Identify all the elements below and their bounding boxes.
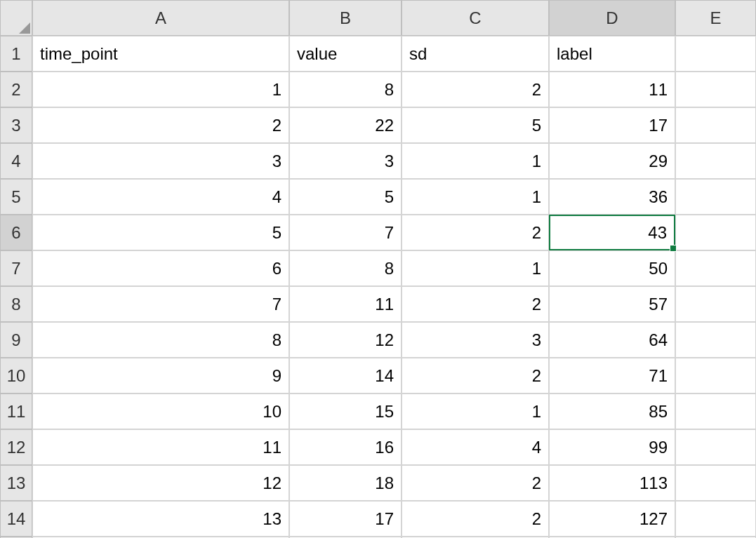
col-header-D[interactable]: D bbox=[549, 0, 675, 36]
cell-B1[interactable]: value bbox=[289, 36, 402, 72]
row-header-6[interactable]: 6 bbox=[0, 215, 32, 250]
cell-B4[interactable]: 3 bbox=[289, 143, 402, 179]
cell-C3[interactable]: 5 bbox=[402, 107, 549, 143]
cell-A9[interactable]: 8 bbox=[32, 322, 289, 358]
cell-B10[interactable]: 14 bbox=[289, 358, 402, 394]
row-header-8[interactable]: 8 bbox=[0, 286, 32, 322]
cell-C13[interactable]: 2 bbox=[402, 465, 549, 501]
cell-C4[interactable]: 1 bbox=[402, 143, 549, 179]
cell-E14[interactable] bbox=[675, 501, 756, 537]
cell-B11[interactable]: 15 bbox=[289, 394, 402, 429]
cell-D7[interactable]: 50 bbox=[549, 250, 675, 286]
row-header-9[interactable]: 9 bbox=[0, 322, 32, 358]
cell-E2[interactable] bbox=[675, 72, 756, 107]
row-header-11[interactable]: 11 bbox=[0, 394, 32, 429]
cell-E8[interactable] bbox=[675, 286, 756, 322]
cell-C9[interactable]: 3 bbox=[402, 322, 549, 358]
cell-B9[interactable]: 12 bbox=[289, 322, 402, 358]
row-header-14[interactable]: 14 bbox=[0, 501, 32, 537]
cell-C12[interactable]: 4 bbox=[402, 429, 549, 465]
cell-B7[interactable]: 8 bbox=[289, 250, 402, 286]
cell-E4[interactable] bbox=[675, 143, 756, 179]
cell-B8[interactable]: 11 bbox=[289, 286, 402, 322]
row-header-4[interactable]: 4 bbox=[0, 143, 32, 179]
cell-E9[interactable] bbox=[675, 322, 756, 358]
cell-C10[interactable]: 2 bbox=[402, 358, 549, 394]
cell-C6[interactable]: 2 bbox=[402, 215, 549, 250]
cell-A6[interactable]: 5 bbox=[32, 215, 289, 250]
cell-D2[interactable]: 11 bbox=[549, 72, 675, 107]
cell-A8[interactable]: 7 bbox=[32, 286, 289, 322]
cell-E7[interactable] bbox=[675, 250, 756, 286]
cell-B3[interactable]: 22 bbox=[289, 107, 402, 143]
row-header-13[interactable]: 13 bbox=[0, 465, 32, 501]
cell-A7[interactable]: 6 bbox=[32, 250, 289, 286]
row-header-1[interactable]: 1 bbox=[0, 36, 32, 72]
cell-C2[interactable]: 2 bbox=[402, 72, 549, 107]
cell-B5[interactable]: 5 bbox=[289, 179, 402, 215]
cell-E3[interactable] bbox=[675, 107, 756, 143]
cell-A2[interactable]: 1 bbox=[32, 72, 289, 107]
cell-B6[interactable]: 7 bbox=[289, 215, 402, 250]
cell-E11[interactable] bbox=[675, 394, 756, 429]
cell-D10[interactable]: 71 bbox=[549, 358, 675, 394]
cell-D5[interactable]: 36 bbox=[549, 179, 675, 215]
cell-C1[interactable]: sd bbox=[402, 36, 549, 72]
cell-C11[interactable]: 1 bbox=[402, 394, 549, 429]
cell-C8[interactable]: 2 bbox=[402, 286, 549, 322]
cell-A13[interactable]: 12 bbox=[32, 465, 289, 501]
cell-E10[interactable] bbox=[675, 358, 756, 394]
cell-A11[interactable]: 10 bbox=[32, 394, 289, 429]
row-header-2[interactable]: 2 bbox=[0, 72, 32, 107]
cell-D6[interactable]: 43 bbox=[549, 215, 675, 250]
cell-D12[interactable]: 99 bbox=[549, 429, 675, 465]
cell-D8[interactable]: 57 bbox=[549, 286, 675, 322]
cell-A4[interactable]: 3 bbox=[32, 143, 289, 179]
select-all-corner[interactable] bbox=[0, 0, 32, 36]
cell-B14[interactable]: 17 bbox=[289, 501, 402, 537]
col-header-C[interactable]: C bbox=[402, 0, 549, 36]
spreadsheet-grid: A B C D E 1 time_point value sd label 2 … bbox=[0, 0, 756, 538]
cell-B12[interactable]: 16 bbox=[289, 429, 402, 465]
col-header-E[interactable]: E bbox=[675, 0, 756, 36]
cell-D13[interactable]: 113 bbox=[549, 465, 675, 501]
cell-B13[interactable]: 18 bbox=[289, 465, 402, 501]
cell-D4[interactable]: 29 bbox=[549, 143, 675, 179]
row-header-7[interactable]: 7 bbox=[0, 250, 32, 286]
row-header-12[interactable]: 12 bbox=[0, 429, 32, 465]
cell-A12[interactable]: 11 bbox=[32, 429, 289, 465]
cell-A1[interactable]: time_point bbox=[32, 36, 289, 72]
cell-C7[interactable]: 1 bbox=[402, 250, 549, 286]
cell-E13[interactable] bbox=[675, 465, 756, 501]
row-header-5[interactable]: 5 bbox=[0, 179, 32, 215]
row-header-3[interactable]: 3 bbox=[0, 107, 32, 143]
cell-D9[interactable]: 64 bbox=[549, 322, 675, 358]
cell-E12[interactable] bbox=[675, 429, 756, 465]
cell-B2[interactable]: 8 bbox=[289, 72, 402, 107]
cell-A5[interactable]: 4 bbox=[32, 179, 289, 215]
row-header-10[interactable]: 10 bbox=[0, 358, 32, 394]
cell-A14[interactable]: 13 bbox=[32, 501, 289, 537]
col-header-B[interactable]: B bbox=[289, 0, 402, 36]
col-header-A[interactable]: A bbox=[32, 0, 289, 36]
cell-C14[interactable]: 2 bbox=[402, 501, 549, 537]
cell-D14[interactable]: 127 bbox=[549, 501, 675, 537]
cell-E6[interactable] bbox=[675, 215, 756, 250]
cell-D11[interactable]: 85 bbox=[549, 394, 675, 429]
cell-E5[interactable] bbox=[675, 179, 756, 215]
cell-C5[interactable]: 1 bbox=[402, 179, 549, 215]
cell-D1[interactable]: label bbox=[549, 36, 675, 72]
cell-E1[interactable] bbox=[675, 36, 756, 72]
cell-D3[interactable]: 17 bbox=[549, 107, 675, 143]
cell-A10[interactable]: 9 bbox=[32, 358, 289, 394]
cell-A3[interactable]: 2 bbox=[32, 107, 289, 143]
